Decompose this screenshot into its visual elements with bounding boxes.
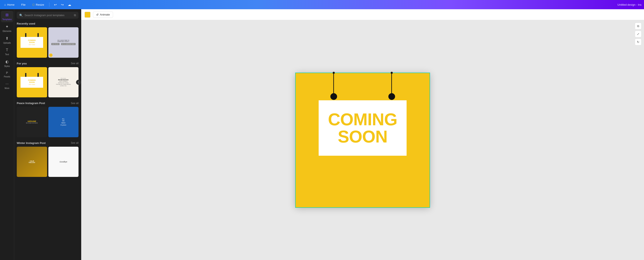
uploads-icon: ⬆ <box>6 36 8 41</box>
animate-label: Animate <box>100 13 110 16</box>
peace-title: Peace Instagram Post <box>17 101 45 105</box>
resize-button[interactable]: ⬡ Resize <box>30 2 46 7</box>
ukraine-main-text: UKRAINE <box>28 120 36 122</box>
pexels-icon: P <box>6 71 8 74</box>
sidebar-item-more[interactable]: ··· More <box>1 80 14 91</box>
topbar: ⌂ Home File ⬡ Resize ↩ ↪ ☁ Untitled desi… <box>0 0 644 9</box>
sidebar-item-elements[interactable]: ✦ Elements <box>1 23 14 34</box>
yes-option: YES YOU DO <box>51 43 60 45</box>
rope-knot-bottom-left <box>330 93 337 100</box>
for-you-see-all[interactable]: See all <box>71 62 78 65</box>
main-layout: ⊞ Templates ✦ Elements ⬆ Uploads T Text … <box>0 9 644 260</box>
peace-grid: UKRAINE WE STAND FOR PEACE ALLWENEEDIS p… <box>17 107 78 137</box>
animate-button[interactable]: ↺ Animate <box>93 12 113 18</box>
sidebar-item-templates[interactable]: ⊞ Templates <box>1 11 14 22</box>
right-toolbar: ⧉ ⤢ ↻ <box>635 23 642 45</box>
template-card-coming-soon-2[interactable]: COMINGSOON STAY TUNED <box>17 67 47 98</box>
winter-grid: CALMTHIS DAY Goodbye <box>17 147 78 177</box>
styles-label: Styles <box>4 65 10 67</box>
for-you-title: For you <box>17 62 27 65</box>
rope-right <box>391 73 392 96</box>
yes-no-options: YES YOU DO OK I'LL EXERCISE TODAY <box>51 43 76 45</box>
template-card-peace-blue[interactable]: ALLWENEEDIS peace <box>48 107 79 137</box>
redo-button[interactable]: ↪ <box>60 2 65 8</box>
recently-used-header: Recently used <box>17 22 78 25</box>
design-title: Untitled design - Ins <box>618 3 642 6</box>
template-card-reminder[interactable]: Reminder REMINDER LOVE YOURSELFINSTEAD O… <box>48 67 79 98</box>
winter1-text: CALMTHIS DAY <box>28 160 35 163</box>
peace-header: Peace Instagram Post See all <box>17 101 78 105</box>
color-swatch[interactable] <box>84 12 90 18</box>
template-inner-2: COMINGSOON STAY TUNED <box>20 77 43 88</box>
winter2-text: Goodbye <box>60 161 67 163</box>
text-label: Text <box>5 53 9 56</box>
recently-used-grid: COMINGSOON STAY TUNED DO I HAVE TIME TOE… <box>17 27 78 58</box>
recently-used-title: Recently used <box>17 22 35 25</box>
duplicate-button[interactable]: ⧉ <box>635 23 642 29</box>
styles-icon: ◐ <box>6 59 9 64</box>
uploads-label: Uploads <box>3 42 11 44</box>
collapse-panel-button[interactable]: ❮ <box>76 80 81 85</box>
pexels-label: Pexels <box>4 76 10 78</box>
stay-tuned-text: STAY TUNED <box>22 44 42 45</box>
peace-blue-text: ALLWENEEDIS peace <box>60 118 66 126</box>
winter-title: Winter Instagram Post <box>17 142 46 145</box>
template-card-exercise[interactable]: DO I HAVE TIME TOEXERCISE TODAY? YES YOU… <box>48 27 79 58</box>
sidebar-item-styles[interactable]: ◐ Styles <box>1 58 14 69</box>
more-icon: ··· <box>6 82 8 86</box>
design-canvas[interactable]: COMING SOON <box>296 73 430 207</box>
peace-see-all[interactable]: See all <box>71 102 78 105</box>
no-option: OK I'LL EXERCISE TODAY <box>61 43 76 45</box>
crown-badge: 👑 <box>49 54 52 57</box>
winter-header: Winter Instagram Post See all <box>17 142 78 145</box>
rope-knot-top-left <box>333 72 335 74</box>
stay-tuned-text-2: STAY TUNED <box>22 84 42 85</box>
sidebar-item-text[interactable]: T Text <box>1 46 14 57</box>
search-input[interactable] <box>24 14 72 17</box>
coming-soon-text: COMINGSOON <box>22 40 42 44</box>
topbar-left: ⌂ Home File ⬡ Resize ↩ ↪ ☁ <box>2 2 72 8</box>
rope-left <box>333 73 334 96</box>
resize-label: Resize <box>36 3 44 6</box>
template-card-winter2[interactable]: Goodbye <box>48 147 79 177</box>
icon-sidebar: ⊞ Templates ✦ Elements ⬆ Uploads T Text … <box>0 9 14 260</box>
exercise-question: DO I HAVE TIME TOEXERCISE TODAY? <box>58 40 69 42</box>
cloud-save-button[interactable]: ☁ <box>66 2 72 8</box>
sidebar-item-uploads[interactable]: ⬆ Uploads <box>1 34 14 46</box>
canvas-area: ↺ Animate ⧉ ⤢ ↻ <box>81 9 644 260</box>
sidebar-item-pexels[interactable]: P Pexels <box>1 69 14 80</box>
search-bar: 🔍 ⧉ <box>17 12 78 19</box>
reminder-title: REMINDER <box>58 79 69 81</box>
template-inner: COMINGSOON STAY TUNED <box>20 37 43 48</box>
templates-panel: 🔍 ⧉ Recently used COMINGSOON STAY TUNED … <box>14 9 81 260</box>
home-label: Home <box>7 3 14 6</box>
sign-board: COMING SOON <box>319 100 406 156</box>
home-button[interactable]: ⌂ Home <box>2 2 16 7</box>
filter-icon[interactable]: ⧉ <box>74 14 76 17</box>
topbar-actions: ↩ ↪ ☁ <box>53 2 72 8</box>
topbar-divider <box>49 3 50 7</box>
more-label: More <box>4 87 10 89</box>
templates-icon: ⊞ <box>6 13 8 17</box>
template-card-coming-soon-1[interactable]: COMINGSOON STAY TUNED <box>17 27 47 58</box>
template-card-ukraine[interactable]: UKRAINE WE STAND FOR PEACE <box>17 107 47 137</box>
template-card-winter1[interactable]: CALMTHIS DAY <box>17 147 47 177</box>
elements-icon: ✦ <box>6 24 8 29</box>
animate-icon: ↺ <box>96 13 98 16</box>
file-button[interactable]: File <box>20 2 27 7</box>
ukraine-sub-text: WE STAND FOR PEACE <box>26 122 38 123</box>
rope-knot-bottom-right <box>388 93 395 100</box>
search-icon: 🔍 <box>19 14 23 17</box>
refresh-button[interactable]: ↻ <box>635 39 642 45</box>
canvas-toolbar: ↺ Animate <box>81 9 644 20</box>
expand-button[interactable]: ⤢ <box>635 31 642 37</box>
coming-soon-text-2: COMINGSOON <box>22 79 42 83</box>
reminder-text: LOVE YOURSELFINSTEAD OF LOVINGTHE IDEA O… <box>56 81 71 87</box>
text-icon: T <box>6 48 8 52</box>
winter-see-all[interactable]: See all <box>71 142 78 144</box>
canvas-content: ⧉ ⤢ ↻ <box>81 20 644 260</box>
undo-button[interactable]: ↩ <box>53 2 58 8</box>
templates-label: Templates <box>2 18 12 21</box>
coming-text: COMING <box>323 111 402 128</box>
file-label: File <box>21 3 26 6</box>
